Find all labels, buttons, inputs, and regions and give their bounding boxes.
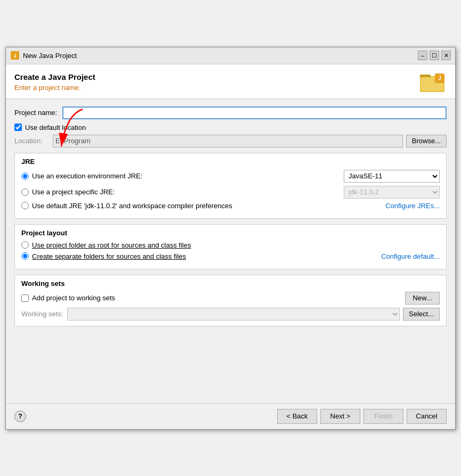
project-name-input[interactable] (62, 106, 447, 119)
bottom-left: ? (14, 409, 274, 424)
jre-execution-env-radio[interactable] (21, 173, 29, 180)
layout-option1-label[interactable]: Use project folder as root for sources a… (32, 241, 191, 249)
location-input[interactable] (53, 135, 403, 147)
jre-option1-label[interactable]: Use an execution environment JRE: (32, 172, 142, 180)
svg-text:J: J (13, 53, 16, 59)
button-row: ? < Back Next > Finish Cancel (6, 403, 455, 429)
use-default-location-row: Use default location (14, 124, 447, 132)
title-bar: J New Java Project – ☐ ✕ (6, 47, 455, 64)
add-to-working-sets-checkbox[interactable] (21, 294, 29, 302)
jre-default-radio[interactable] (21, 202, 29, 209)
folder-icon: J (420, 71, 447, 93)
header-title: Create a Java Project (14, 72, 95, 81)
layout-root-radio[interactable] (21, 241, 29, 249)
layout-option1-row: Use project folder as root for sources a… (21, 241, 440, 249)
browse-button[interactable]: Browse... (406, 135, 447, 147)
close-button[interactable]: ✕ (441, 51, 451, 60)
cancel-button[interactable]: Cancel (407, 409, 447, 424)
add-to-working-sets-row: Add project to working sets New... (21, 292, 440, 305)
add-to-working-sets-label[interactable]: Add project to working sets (32, 294, 115, 302)
working-sets-label: Working sets: (21, 310, 64, 318)
new-working-set-button[interactable]: New... (405, 292, 440, 305)
back-button[interactable]: < Back (277, 409, 317, 424)
title-bar-left: J New Java Project (10, 51, 77, 60)
next-button[interactable]: Next > (320, 409, 360, 424)
java-icon: J (10, 51, 20, 60)
layout-option2-row: Create separate folders for sources and … (21, 252, 440, 260)
svg-text:J: J (438, 75, 441, 81)
jre-section-title: JRE (21, 158, 440, 166)
finish-button[interactable]: Finish (363, 409, 403, 424)
layout-option2-label[interactable]: Create separate folders for sources and … (32, 252, 186, 260)
jre-option1-label-group: Use an execution environment JRE: (21, 172, 344, 180)
jre-execution-env-select[interactable]: JavaSE-11 (344, 170, 440, 183)
jre-section: JRE Use an execution environment JRE: Ja… (14, 153, 447, 219)
jre-option3-label-group: Use default JRE 'jdk-11.0.2' and workspa… (21, 202, 385, 210)
configure-jres-link[interactable]: Configure JREs... (385, 202, 440, 210)
working-sets-title: Working sets (21, 280, 440, 288)
minimize-button[interactable]: – (418, 51, 427, 60)
jre-project-specific-select[interactable]: jdk-11.0.2 (344, 186, 440, 199)
header-subtitle: Enter a project name. (14, 84, 95, 92)
header-section: Create a Java Project Enter a project na… (6, 64, 455, 99)
project-name-row: Project name: (14, 106, 447, 119)
select-working-set-button[interactable]: Select... (403, 308, 440, 321)
location-row: Location: Browse... (14, 135, 447, 147)
jre-option1-row: Use an execution environment JRE: JavaSE… (21, 170, 440, 183)
project-name-label: Project name: (14, 109, 62, 117)
empty-area (14, 332, 447, 396)
working-sets-section: Working sets Add project to working sets… (14, 275, 447, 326)
jre-project-specific-radio[interactable] (21, 188, 29, 196)
header-text: Create a Java Project Enter a project na… (14, 72, 95, 92)
use-default-location-label[interactable]: Use default location (25, 124, 86, 132)
working-sets-row: Working sets: Select... (21, 308, 440, 321)
layout-separate-folders-radio[interactable] (21, 252, 29, 260)
configure-default-link[interactable]: Configure default... (381, 252, 440, 260)
maximize-button[interactable]: ☐ (430, 51, 439, 60)
jre-option3-row: Use default JRE 'jdk-11.0.2' and workspa… (21, 202, 440, 210)
use-default-location-checkbox[interactable] (14, 124, 22, 131)
help-button[interactable]: ? (14, 411, 26, 422)
working-sets-select[interactable] (67, 308, 400, 321)
dialog-title: New Java Project (23, 52, 77, 60)
project-layout-section: Project layout Use project folder as roo… (14, 224, 447, 269)
jre-option3-label[interactable]: Use default JRE 'jdk-11.0.2' and workspa… (32, 202, 232, 210)
location-label: Location: (14, 137, 53, 145)
jre-option2-row: Use a project specific JRE: jdk-11.0.2 (21, 186, 440, 199)
title-controls: – ☐ ✕ (418, 51, 451, 60)
layout-option2-label-group: Create separate folders for sources and … (21, 252, 381, 260)
jre-option2-label[interactable]: Use a project specific JRE: (32, 188, 115, 196)
new-java-project-dialog: J New Java Project – ☐ ✕ Create a Java P… (5, 47, 456, 430)
project-layout-title: Project layout (21, 229, 440, 237)
jre-option2-label-group: Use a project specific JRE: (21, 188, 344, 196)
content: Project name: Use default location Locat… (6, 99, 455, 403)
